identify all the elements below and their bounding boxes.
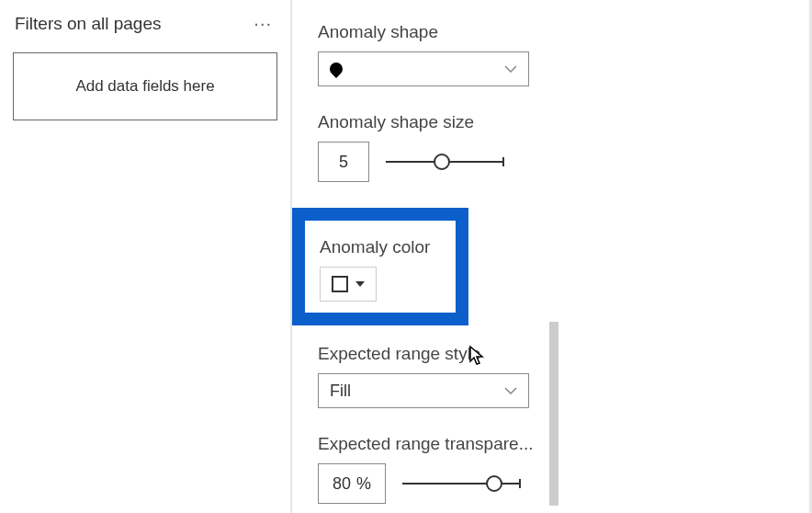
- transparency-unit: %: [356, 474, 371, 494]
- anomaly-shape-size-slider[interactable]: [386, 153, 503, 171]
- expected-range-style-label: Expected range style: [318, 344, 558, 364]
- anomaly-shape-size-label: Anomaly shape size: [318, 112, 558, 132]
- anomaly-shape-value: [330, 63, 343, 75]
- anomaly-shape-label: Anomaly shape: [318, 22, 558, 42]
- anomaly-shape-select[interactable]: [318, 51, 529, 86]
- scrollbar[interactable]: [549, 322, 558, 506]
- expected-range-transparency-slider[interactable]: [402, 474, 520, 493]
- format-pane: Anomaly shape Anomaly shape size 5 Anoma…: [292, 0, 558, 513]
- slider-thumb[interactable]: [434, 154, 450, 170]
- anomaly-shape-group: Anomaly shape: [318, 22, 558, 86]
- more-options-icon[interactable]: ···: [250, 13, 276, 34]
- caret-down-icon: [355, 281, 365, 287]
- teardrop-icon: [327, 60, 345, 78]
- anomaly-shape-size-input[interactable]: 5: [318, 142, 369, 182]
- filters-title: Filters on all pages: [15, 14, 161, 34]
- chevron-down-icon: [504, 65, 517, 73]
- color-swatch: [332, 276, 348, 292]
- chevron-down-icon: [504, 387, 517, 394]
- expected-range-style-value: Fill: [330, 382, 351, 401]
- expected-range-transparency-group: Expected range transpare... 80 %: [318, 434, 558, 504]
- filters-header: Filters on all pages ···: [13, 0, 277, 51]
- expected-range-transparency-input[interactable]: 80 %: [318, 463, 386, 504]
- expected-range-style-group: Expected range style Fill: [318, 344, 558, 408]
- filters-pane: Filters on all pages ··· Add data fields…: [0, 0, 292, 513]
- anomaly-shape-size-group: Anomaly shape size 5: [318, 112, 558, 182]
- slider-thumb[interactable]: [486, 475, 502, 492]
- expected-range-style-select[interactable]: Fill: [318, 373, 529, 408]
- anomaly-color-highlight: Anomaly color: [292, 208, 468, 325]
- anomaly-color-label: Anomaly color: [320, 237, 441, 257]
- expected-range-transparency-label: Expected range transpare...: [318, 434, 558, 454]
- add-data-fields-dropzone[interactable]: Add data fields here: [13, 52, 277, 120]
- transparency-value: 80: [333, 474, 351, 494]
- anomaly-color-picker[interactable]: [320, 267, 377, 302]
